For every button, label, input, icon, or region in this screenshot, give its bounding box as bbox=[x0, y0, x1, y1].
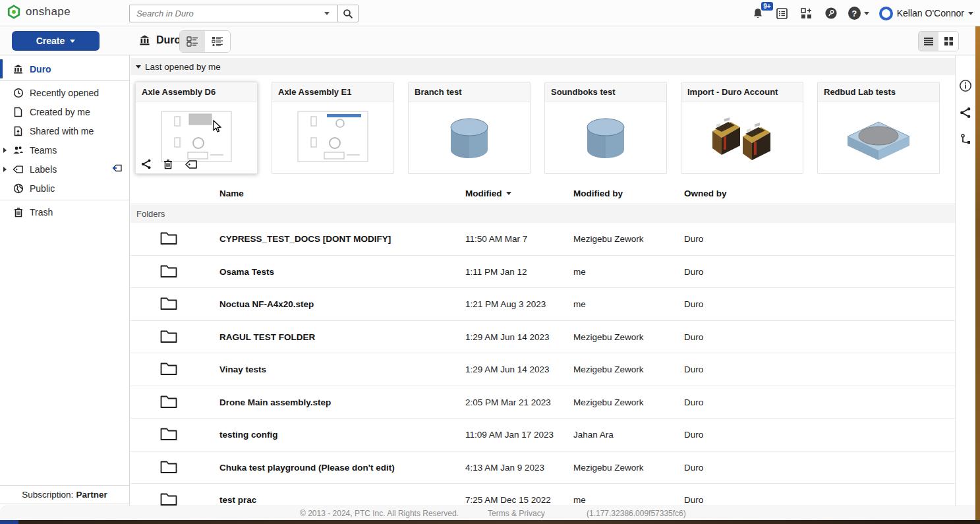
owned-by: Duro bbox=[684, 364, 703, 374]
sidebar-item-recently-opened[interactable]: Recently opened bbox=[0, 83, 129, 102]
folder-icon bbox=[159, 426, 178, 442]
document-card-branch-test[interactable]: Branch test bbox=[408, 82, 531, 174]
notification-badge: 9+ bbox=[761, 2, 772, 11]
document-list-icon bbox=[186, 36, 199, 47]
list-layout-button[interactable] bbox=[919, 32, 938, 51]
versions-panel-button[interactable] bbox=[960, 133, 971, 145]
create-button[interactable]: Create bbox=[12, 31, 100, 51]
sidebar-item-label: Recently opened bbox=[30, 88, 99, 98]
folder-name: Noctua NF-A4x20.step bbox=[219, 299, 314, 309]
modified-by: Jahan Ara bbox=[573, 430, 614, 440]
modified-by: Mezigebu Zework bbox=[573, 397, 644, 407]
folder-name: Vinay tests bbox=[219, 364, 266, 374]
document-card-soundboks-test[interactable]: Soundboks test bbox=[544, 82, 667, 174]
desktop-edge-bottom bbox=[0, 520, 980, 524]
notifications-button[interactable]: 9+ bbox=[751, 6, 765, 20]
company-building-icon bbox=[138, 34, 151, 46]
details-panel-button[interactable] bbox=[959, 79, 972, 92]
owned-by: Duro bbox=[684, 234, 703, 244]
document-thumbnail bbox=[818, 102, 939, 173]
clock-icon bbox=[13, 87, 24, 98]
cylinder-thumbnail bbox=[579, 111, 632, 164]
app-store-button[interactable] bbox=[799, 6, 814, 20]
folder-name: Drone Main assembly.step bbox=[219, 397, 331, 407]
building-icon bbox=[13, 63, 24, 74]
sidebar-item-label: Shared with me bbox=[30, 126, 94, 136]
search-button[interactable] bbox=[337, 5, 359, 22]
avatar bbox=[879, 7, 893, 20]
label-button[interactable] bbox=[185, 160, 198, 169]
folder-name: CYPRESS_TEST_DOCS [DONT MODIFY] bbox=[219, 234, 391, 244]
document-thumbnail bbox=[272, 102, 393, 173]
table-row[interactable]: Osama Tests 1:11 PM Jan 12 me Duro bbox=[130, 256, 955, 289]
folders-group-row: Folders bbox=[130, 205, 955, 223]
last-opened-section-header[interactable]: Last opened by me bbox=[130, 58, 955, 75]
logo-wordmark: onshape bbox=[26, 5, 71, 18]
subscription-status: Subscription: Partner bbox=[0, 485, 129, 504]
owned-by: Duro bbox=[684, 299, 703, 309]
table-row[interactable]: RAGUL TEST FOLDER 1:29 AM Jun 14 2023 Me… bbox=[130, 321, 955, 354]
expand-chevron-icon[interactable] bbox=[3, 167, 7, 172]
tasks-button[interactable] bbox=[775, 6, 790, 20]
create-caret-icon bbox=[70, 40, 75, 43]
expand-chevron-icon[interactable] bbox=[3, 148, 7, 153]
engineering-drawing-thumbnail bbox=[158, 109, 235, 167]
detailed-list-view-button[interactable] bbox=[205, 31, 230, 52]
search-scope-caret-icon[interactable] bbox=[324, 12, 330, 15]
sidebar-item-labels[interactable]: Labels bbox=[0, 160, 129, 179]
sidebar-item-trash[interactable]: Trash bbox=[0, 202, 129, 221]
onshape-logo[interactable]: onshape bbox=[7, 5, 71, 19]
folder-name: test prac bbox=[219, 495, 256, 505]
top-bar: onshape 9+ bbox=[0, 0, 980, 26]
document-card-redbud-lab-tests[interactable]: Redbud Lab tests bbox=[817, 82, 940, 174]
column-header-name[interactable]: Name bbox=[219, 189, 244, 198]
modified-date: 1:21 PM Aug 3 2023 bbox=[465, 299, 546, 309]
folder-icon bbox=[159, 263, 178, 279]
document-card-import-duro-account[interactable]: Import - Duro Account bbox=[681, 82, 803, 174]
card-hover-actions bbox=[141, 159, 198, 169]
column-header-modified-by[interactable]: Modified by bbox=[573, 189, 623, 198]
column-header-modified[interactable]: Modified bbox=[465, 189, 511, 198]
delete-button[interactable] bbox=[163, 159, 173, 169]
share-panel-button[interactable] bbox=[960, 107, 971, 119]
shared-document-icon bbox=[13, 125, 24, 136]
owned-by: Duro bbox=[684, 463, 703, 473]
learning-center-icon bbox=[824, 7, 838, 20]
folder-icon bbox=[159, 295, 178, 311]
document-card-axle-assembly-e1[interactable]: Axle Assembly E1 bbox=[272, 82, 394, 174]
user-menu[interactable]: Kellan O'Connor bbox=[879, 7, 973, 20]
document-thumbnail bbox=[681, 102, 803, 173]
table-row[interactable]: testing config 11:09 AM Jan 17 2023 Jaha… bbox=[130, 419, 955, 451]
share-button[interactable] bbox=[141, 159, 152, 169]
table-row[interactable]: Drone Main assembly.step 2:05 PM Mar 21 … bbox=[130, 386, 955, 419]
footer: © 2013 - 2024, PTC Inc. All Rights Reser… bbox=[0, 506, 980, 520]
terms-privacy-link[interactable]: Terms & Privacy bbox=[488, 509, 545, 518]
table-row[interactable]: Noctua NF-A4x20.step 1:21 PM Aug 3 2023 … bbox=[130, 288, 955, 321]
column-header-owned-by[interactable]: Owned by bbox=[684, 189, 727, 198]
table-row[interactable]: test prac 7:25 AM Dec 15 2022 me Duro bbox=[130, 484, 955, 508]
simple-list-view-button[interactable] bbox=[180, 31, 205, 52]
sidebar-item-teams[interactable]: Teams bbox=[0, 140, 129, 160]
learning-center-button[interactable] bbox=[824, 6, 838, 20]
add-label-button[interactable] bbox=[110, 163, 123, 173]
collapse-chevron-icon bbox=[136, 65, 141, 69]
table-row[interactable]: Chuka test playground (Please don't edit… bbox=[130, 451, 955, 484]
table-row[interactable]: Vinay tests 1:29 AM Jun 14 2023 Mezigebu… bbox=[130, 353, 955, 386]
document-card-axle-assembly-d6[interactable]: Axle Assembly D6 bbox=[135, 82, 258, 174]
sidebar-item-shared-with-me[interactable]: Shared with me bbox=[0, 121, 129, 140]
sidebar-item-created-by-me[interactable]: Created by me bbox=[0, 102, 129, 121]
sidebar-item-public[interactable]: Public bbox=[0, 179, 129, 198]
search-input[interactable] bbox=[129, 5, 337, 22]
search-icon bbox=[343, 9, 353, 19]
modified-by: Mezigebu Zework bbox=[573, 234, 644, 244]
copyright-text: © 2013 - 2024, PTC Inc. All Rights Reser… bbox=[300, 509, 459, 518]
document-icon bbox=[13, 106, 24, 117]
help-menu-button[interactable]: ? bbox=[848, 6, 869, 20]
list-icon bbox=[923, 37, 934, 46]
table-row[interactable]: CYPRESS_TEST_DOCS [DONT MODIFY] 11:50 AM… bbox=[130, 223, 955, 256]
sidebar-item-duro[interactable]: Duro bbox=[0, 59, 129, 78]
card-title: Branch test bbox=[409, 82, 530, 102]
grid-layout-button[interactable] bbox=[938, 32, 958, 51]
content-view-toggle bbox=[179, 30, 231, 53]
modified-date: 11:50 AM Mar 7 bbox=[465, 234, 527, 244]
